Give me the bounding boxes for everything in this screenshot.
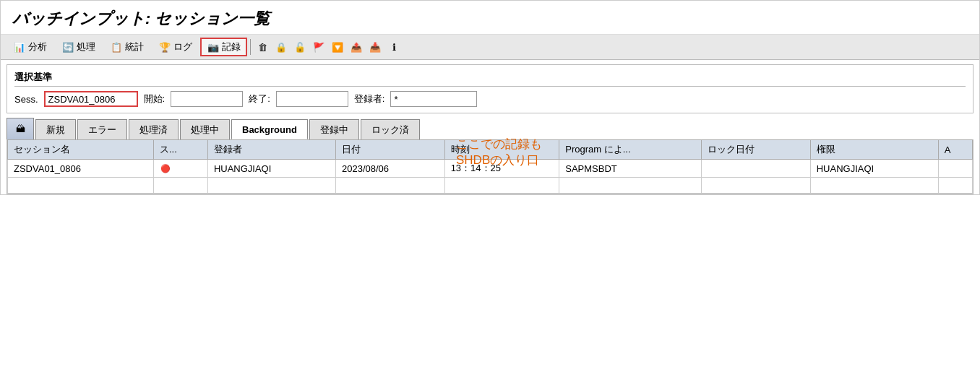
sess-label: Sess. (14, 94, 38, 105)
col-header-tourokusha: 登録者 (207, 140, 335, 160)
title-bar: バッチインプット: セッション一覧 (1, 1, 979, 35)
selection-title: 選択基準 (14, 71, 966, 87)
mountain-icon: 🏔 (16, 124, 25, 134)
tab-error[interactable]: エラー (77, 119, 127, 139)
flag-icon-button[interactable]: 🚩 (310, 39, 327, 55)
table-row[interactable]: ZSDVA01_0806 🔴 HUANGJIAQI 2023/08/06 13 (8, 160, 973, 178)
col-header-time: 時刻 (444, 140, 559, 160)
toukei-button[interactable]: 📋 統計 (103, 38, 150, 56)
sessions-table: セッション名 ス... 登録者 日付 時刻 (7, 139, 973, 194)
cell-time: 13：14：25 (444, 160, 559, 178)
page-title: バッチインプット: セッション一覧 (12, 9, 270, 27)
col-header-status: ス... (153, 140, 207, 160)
col-header-session-name: セッション名 (8, 140, 154, 160)
kaishi-label: 開始: (144, 92, 166, 105)
table-container: セッション名 ス... 登録者 日付 時刻 (7, 139, 973, 194)
shuryo-input[interactable] (276, 91, 348, 107)
toolbar: 📊 分析 🔄 処理 📋 統計 🏆 ログ 📷 記録 🗑 🔒 🔓 🚩 🔽 (1, 35, 979, 60)
tab-shori-chu[interactable]: 処理中 (180, 119, 230, 139)
cell-lock-date (702, 160, 811, 178)
filter-icon-button[interactable]: 🔽 (329, 39, 346, 55)
content-area: 選択基準 Sess. 開始: 終了: 登録者: ここでの記録も SHDBの入り口… (1, 64, 979, 194)
tab-lock-zumi[interactable]: ロック済 (361, 119, 420, 139)
bunseki-icon: 📊 (13, 40, 26, 53)
lock-icon-button[interactable]: 🔒 (272, 39, 290, 55)
log-icon: 🏆 (158, 40, 171, 53)
import-icon-button[interactable]: 📥 (366, 39, 384, 55)
table-row-empty (8, 178, 973, 194)
tab-shinki[interactable]: 新規 (35, 119, 76, 139)
export-icon-button[interactable]: 📤 (348, 39, 365, 55)
cell-kengen: HUANGJIAQI (810, 160, 938, 178)
cell-extra (938, 160, 972, 178)
bunseki-button[interactable]: 📊 分析 (7, 38, 53, 56)
sess-input[interactable] (44, 91, 138, 107)
cell-status: 🔴 (153, 160, 207, 178)
main-window: バッチインプット: セッション一覧 📊 分析 🔄 処理 📋 統計 🏆 ログ 📷 … (0, 0, 980, 195)
cell-date: 2023/08/06 (335, 160, 444, 178)
tab-touroku-chu[interactable]: 登録中 (309, 119, 359, 139)
unlock-icon-button[interactable]: 🔓 (291, 39, 309, 55)
tourokusha-input[interactable] (390, 91, 477, 107)
info-icon-button[interactable]: ℹ (385, 39, 403, 55)
shori-button[interactable]: 🔄 処理 (55, 38, 102, 56)
tourokusha-label: 登録者: (354, 92, 385, 105)
selection-criteria-panel: 選択基準 Sess. 開始: 終了: 登録者: (7, 64, 973, 113)
kiroku-icon: 📷 (207, 40, 220, 53)
tab-background[interactable]: Background (231, 119, 308, 139)
separator-1 (250, 39, 251, 55)
col-header-kengen: 権限 (810, 140, 938, 160)
cell-session-name: ZSDVA01_0806 (8, 160, 154, 178)
col-header-date: 日付 (335, 140, 444, 160)
kaishi-input[interactable] (171, 91, 243, 107)
log-button[interactable]: 🏆 ログ (152, 38, 199, 56)
tab-all[interactable]: 🏔 (7, 118, 34, 139)
col-header-lock-date: ロック日付 (702, 140, 811, 160)
status-icon: 🔴 (160, 163, 171, 174)
tab-shori-zumi[interactable]: 処理済 (129, 119, 179, 139)
selection-row: Sess. 開始: 終了: 登録者: (14, 91, 966, 107)
table-header-row: セッション名 ス... 登録者 日付 時刻 (8, 140, 973, 160)
col-header-extra: A (938, 140, 972, 160)
toukei-icon: 📋 (110, 40, 123, 53)
cell-tourokusha: HUANGJIAQI (207, 160, 335, 178)
col-header-program: Program によ... (559, 140, 702, 160)
kiroku-button[interactable]: 📷 記録 (200, 38, 247, 56)
shori-icon: 🔄 (61, 40, 74, 53)
cell-program: SAPMSBDT (559, 160, 702, 178)
delete-icon-button[interactable]: 🗑 (254, 39, 271, 55)
shuryo-label: 終了: (249, 92, 270, 105)
tabs-container: 🏔 新規 エラー 処理済 処理中 Background 登録中 ロック済 (7, 118, 973, 139)
